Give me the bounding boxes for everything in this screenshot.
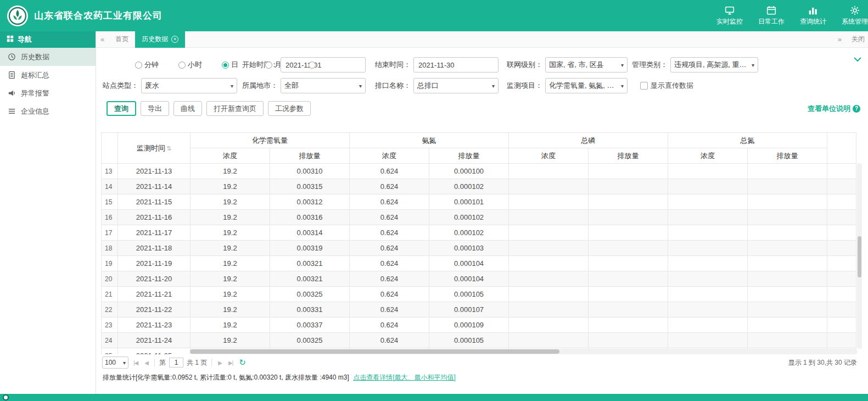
- filter-row-1: 分钟 小时 日 月: [101, 54, 861, 75]
- row-cell-extra: [827, 225, 856, 241]
- row-cell: [748, 256, 827, 271]
- nav-realtime-monitoring[interactable]: 实时监控: [715, 5, 744, 26]
- question-icon: ?: [853, 105, 860, 113]
- table-row[interactable]: 14 2021-11-14 19.2 0.00315 0.624 0.00010…: [102, 179, 856, 194]
- row-cell: 0.624: [350, 333, 429, 348]
- table-row[interactable]: 13 2021-11-13 19.2 0.00310 0.624 0.00010…: [102, 164, 856, 179]
- app-root: 山东省联合农药工业有限公司 实时监控 日常工作 查询统计: [0, 0, 868, 401]
- city-label: 所属地市：: [240, 81, 278, 91]
- col-monitor-time[interactable]: 监测时间⇅: [118, 133, 191, 164]
- page-size-select[interactable]: 100 ▾: [102, 357, 128, 369]
- row-cell: 0.00321: [270, 271, 350, 287]
- tabs-scroll-left-icon[interactable]: «: [96, 35, 109, 43]
- list-icon: [8, 107, 16, 115]
- last-page-button[interactable]: ▶|: [227, 360, 234, 366]
- row-date: 2021-11-17: [118, 225, 191, 241]
- row-date: 2021-11-25: [118, 348, 191, 355]
- table-row[interactable]: 24 2021-11-24 19.2 0.00325 0.624 0.00010…: [102, 333, 856, 348]
- nav-daily-work[interactable]: 日常工作: [757, 5, 786, 26]
- tabs-scroll-right-icon[interactable]: »: [833, 35, 846, 43]
- topbar: 山东省联合农药工业有限公司 实时监控 日常工作 查询统计: [0, 0, 868, 31]
- nav-system-management[interactable]: 系统管理: [841, 5, 868, 26]
- table-row[interactable]: 23 2021-11-23 19.2 0.00337 0.624 0.00010…: [102, 318, 856, 333]
- close-tab-icon[interactable]: ×: [171, 36, 178, 43]
- query-button[interactable]: 查询: [107, 101, 136, 116]
- vertical-scrollbar[interactable]: [857, 163, 862, 349]
- first-page-button[interactable]: |◀: [132, 360, 139, 366]
- table-row[interactable]: 22 2021-11-22 19.2 0.00331 0.624 0.00010…: [102, 302, 856, 318]
- period-radio-minute[interactable]: 分钟: [135, 60, 172, 70]
- page-label-prefix: 第: [159, 358, 166, 367]
- table-row[interactable]: 19 2021-11-19 19.2 0.00321 0.624 0.00010…: [102, 256, 856, 271]
- vertical-scrollbar-thumb[interactable]: [858, 236, 861, 277]
- page-number-input[interactable]: [169, 358, 183, 367]
- network-level-select[interactable]: 国家, 省, 市, 区县 ▾: [545, 57, 628, 73]
- col-cod-concentration: 浓度: [191, 148, 270, 164]
- row-cell: [589, 302, 668, 318]
- end-time-input[interactable]: [413, 57, 499, 73]
- row-cell: 19.2: [191, 194, 270, 210]
- row-cell: 0.00321: [270, 256, 350, 271]
- prev-page-button[interactable]: ◀: [143, 360, 150, 366]
- show-direct-upload-checkbox[interactable]: 显示直传数据: [640, 81, 693, 91]
- table-row[interactable]: 21 2021-11-21 19.2 0.00325 0.624 0.00010…: [102, 287, 856, 302]
- curve-button[interactable]: 曲线: [173, 101, 202, 116]
- city-select[interactable]: 全部 ▾: [281, 78, 366, 93]
- row-cell: [668, 194, 748, 210]
- row-cell: [589, 256, 668, 271]
- station-type-field: 站点类型： 废水 ▾: [101, 78, 240, 93]
- refresh-icon[interactable]: ↻: [239, 358, 246, 367]
- row-cell: [668, 210, 748, 225]
- row-cell: [509, 333, 589, 348]
- radio-label: 日: [231, 60, 238, 70]
- gear-icon: [850, 5, 860, 15]
- horizontal-scrollbar[interactable]: [190, 349, 858, 354]
- outlet-select[interactable]: 总排口 ▾: [413, 78, 499, 93]
- col-extra: [827, 133, 856, 164]
- next-page-button[interactable]: ▶: [216, 360, 223, 366]
- table-row[interactable]: 17 2021-11-17 19.2 0.00314 0.624 0.00010…: [102, 225, 856, 241]
- start-time-input[interactable]: [281, 57, 366, 73]
- document-icon: [8, 71, 16, 79]
- nav-query-statistics[interactable]: 查询统计: [799, 5, 827, 26]
- col-group-cod: 化学需氧量: [191, 133, 350, 148]
- sidebar-item-exceedance-summary[interactable]: 超标汇总: [0, 66, 96, 84]
- table-row[interactable]: 15 2021-11-15 19.2 0.00312 0.624 0.00010…: [102, 194, 856, 210]
- export-button[interactable]: 导出: [141, 101, 169, 116]
- table-row[interactable]: 20 2021-11-20 19.2 0.00321 0.624 0.00010…: [102, 271, 856, 287]
- row-cell: 0.000101: [429, 194, 509, 210]
- sidebar-item-abnormal-alarm[interactable]: 异常报警: [0, 84, 96, 102]
- tabbar-right: » 关闭: [833, 35, 868, 44]
- row-cell: [589, 164, 668, 179]
- period-radio-hour[interactable]: 小时: [178, 60, 216, 70]
- tab-history-data[interactable]: 历史数据 ×: [135, 31, 185, 48]
- sort-icon[interactable]: ⇅: [166, 145, 171, 152]
- open-new-query-page-button[interactable]: 打开新查询页: [206, 101, 264, 116]
- select-value: 国家, 省, 市, 区县: [549, 60, 604, 70]
- monitor-items-select[interactable]: 化学需氧量, 氨氮, 总磷, 总 ▾: [545, 78, 628, 93]
- collapse-filter-icon[interactable]: [854, 55, 861, 64]
- radio-label: 小时: [188, 60, 202, 70]
- row-number: 23: [102, 318, 118, 333]
- select-value: 违规项目, 高架源, 重点排: [674, 60, 749, 70]
- brand: 山东省联合农药工业有限公司: [7, 5, 163, 27]
- row-cell: [668, 302, 748, 318]
- view-details-link[interactable]: 点击查看详情[最大、最小和平均值]: [353, 374, 456, 381]
- horizontal-scrollbar-thumb[interactable]: [190, 349, 559, 354]
- table-row[interactable]: 18 2021-11-18 19.2 0.00319 0.624 0.00010…: [102, 241, 856, 256]
- manage-type-select[interactable]: 违规项目, 高架源, 重点排 ▾: [670, 57, 758, 73]
- sidebar-item-enterprise-info[interactable]: 企业信息: [0, 102, 96, 120]
- condition-params-button[interactable]: 工况参数: [268, 101, 311, 116]
- sidebar-item-history-data[interactable]: 历史数据: [0, 48, 96, 66]
- table-row[interactable]: 16 2021-11-16 19.2 0.00316 0.624 0.00010…: [102, 210, 856, 225]
- row-cell: 0.624: [350, 271, 429, 287]
- tab-home[interactable]: 首页: [109, 31, 135, 48]
- sidebar-title: 导航: [18, 35, 32, 44]
- station-type-select[interactable]: 废水 ▾: [141, 78, 237, 93]
- row-cell: 19.2: [191, 225, 270, 241]
- emission-stats-text: 排放量统计[化学需氧量:0.0952 t, 累计流量:0 t, 氨氮:0.003…: [103, 374, 349, 381]
- close-tabs-menu[interactable]: 关闭: [852, 35, 865, 44]
- page-size-value: 100: [105, 359, 116, 366]
- unit-description-link[interactable]: 查看单位说明 ?: [808, 104, 860, 114]
- select-value: 废水: [145, 81, 159, 91]
